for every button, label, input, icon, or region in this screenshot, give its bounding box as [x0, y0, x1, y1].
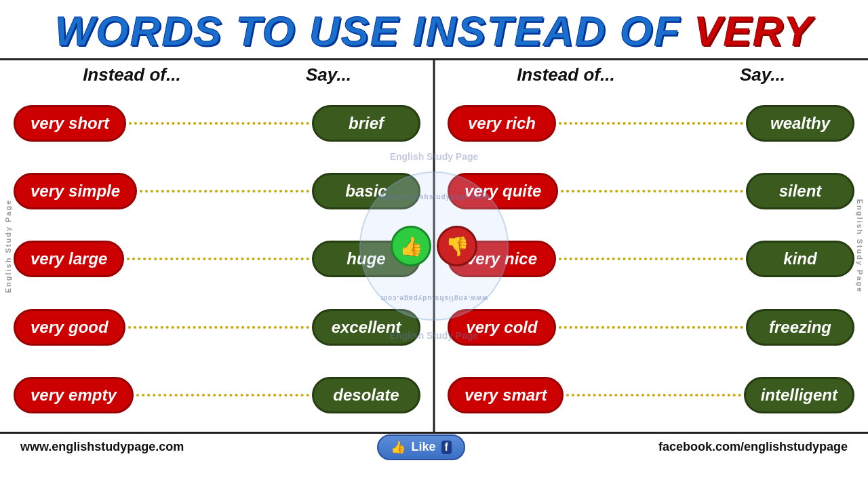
- table-row: very short brief: [14, 105, 420, 142]
- table-row: very simple basic: [14, 173, 420, 209]
- say-oval: silent: [746, 173, 854, 209]
- instead-oval: very quite: [448, 173, 558, 209]
- connector-line: [129, 122, 309, 125]
- main-content: English Study Page English Study Page En…: [0, 60, 868, 432]
- instead-oval: very simple: [14, 173, 137, 209]
- title-word-very: VERY: [694, 7, 813, 54]
- like-label: Like: [411, 440, 435, 454]
- left-instead-of-header: Instead of...: [83, 64, 180, 85]
- table-row: very nice kind: [448, 241, 854, 277]
- instead-oval: very short: [14, 105, 126, 142]
- say-oval: wealthy: [746, 105, 854, 142]
- table-row: very cold freezing: [448, 309, 854, 346]
- center-divider: [433, 60, 435, 432]
- instead-oval: very good: [14, 309, 125, 346]
- connector-line: [566, 394, 741, 396]
- say-oval: brief: [312, 105, 420, 142]
- main-title: WORDS TO USE INSTEAD OF VERY: [0, 7, 868, 55]
- say-oval: desolate: [312, 377, 420, 413]
- instead-oval: very empty: [14, 377, 134, 413]
- right-say-header: Say...: [740, 64, 785, 85]
- footer: www.englishstudypage.com 👍 Like f facebo…: [0, 432, 868, 460]
- say-oval: excellent: [312, 309, 420, 346]
- left-side-label: English Study Page: [4, 199, 12, 293]
- say-oval: huge: [312, 241, 420, 277]
- table-row: very large huge: [14, 241, 420, 277]
- left-half: Instead of... Say... very short brief ve…: [0, 60, 434, 432]
- connector-line: [561, 190, 743, 192]
- like-button[interactable]: 👍 Like f: [377, 434, 465, 460]
- instead-oval: very large: [14, 241, 124, 277]
- say-oval: intelligent: [744, 377, 854, 413]
- instead-oval: very nice: [448, 241, 556, 277]
- left-col-headers: Instead of... Say...: [7, 60, 427, 87]
- right-instead-of-header: Instead of...: [517, 64, 614, 85]
- right-half: Instead of... Say... very rich wealthy v…: [434, 60, 868, 432]
- header: WORDS TO USE INSTEAD OF VERY: [0, 0, 868, 60]
- table-row: very quite silent: [448, 173, 854, 209]
- connector-line: [127, 258, 309, 260]
- footer-facebook: facebook.com/englishstudypage: [658, 440, 848, 454]
- connector-line: [559, 122, 743, 125]
- instead-oval: very smart: [448, 377, 564, 413]
- say-oval: kind: [746, 241, 854, 277]
- connector-line: [559, 258, 743, 260]
- facebook-icon: f: [441, 441, 452, 454]
- like-thumb-icon: 👍: [391, 440, 406, 455]
- instead-oval: very cold: [448, 309, 556, 346]
- connector-line: [140, 190, 309, 192]
- connector-line: [559, 326, 743, 329]
- say-oval: freezing: [746, 309, 854, 346]
- table-row: very smart intelligent: [448, 377, 854, 413]
- say-oval: basic: [312, 173, 420, 209]
- right-rows: very rich wealthy very quite silent very…: [441, 87, 861, 432]
- title-words-blue: WORDS TO USE INSTEAD OF: [55, 7, 694, 54]
- left-say-header: Say...: [306, 64, 351, 85]
- connector-line: [136, 394, 309, 396]
- connector-line: [128, 326, 309, 329]
- table-row: very rich wealthy: [448, 105, 854, 142]
- right-col-headers: Instead of... Say...: [441, 60, 861, 87]
- right-side-label: English Study Page: [856, 199, 864, 293]
- left-rows: very short brief very simple basic very …: [7, 87, 427, 432]
- table-row: very good excellent: [14, 309, 420, 346]
- footer-website: www.englishstudypage.com: [20, 440, 184, 454]
- table-row: very empty desolate: [14, 377, 420, 413]
- instead-oval: very rich: [448, 105, 556, 142]
